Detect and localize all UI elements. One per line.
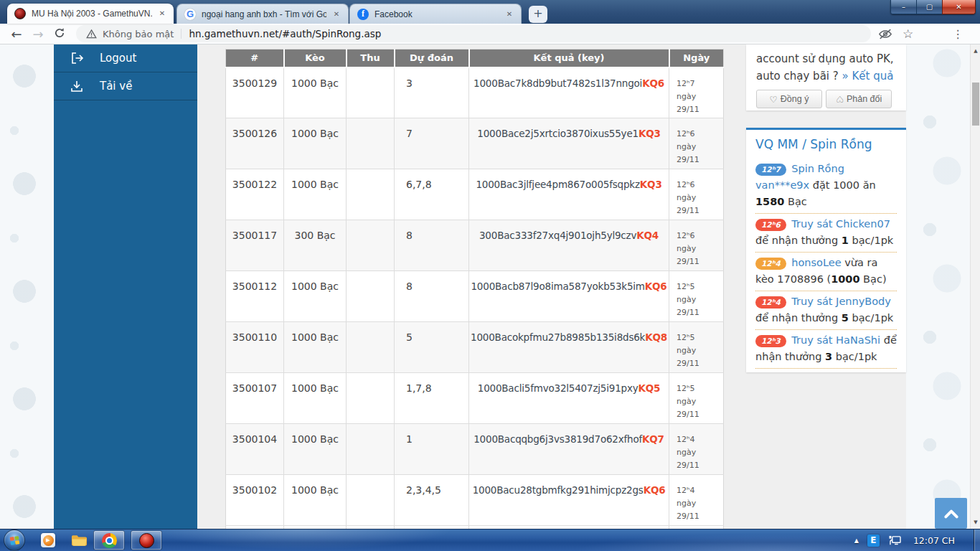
- cell-keo: 1000 Bạc: [284, 118, 347, 169]
- cell-date-word: ngày: [677, 395, 723, 408]
- chrome-icon: [102, 533, 117, 548]
- cell-time: 12ʰ6: [677, 179, 723, 192]
- cell-keo: 1000 Bạc: [284, 475, 347, 526]
- back-icon[interactable]: ←: [6, 27, 27, 42]
- new-tab-button[interactable]: +: [529, 6, 547, 23]
- sidebar-item-logout[interactable]: Logout: [54, 44, 197, 72]
- windows-logo-icon: [9, 535, 20, 546]
- poll-result-link[interactable]: » Kết quả: [842, 70, 894, 83]
- agree-button[interactable]: ♡ Đồng ý: [756, 90, 822, 108]
- table-row: 3500129 1000 Bạc 3 1000Bac7k8db9but7482s…: [226, 67, 724, 118]
- start-button[interactable]: [4, 529, 25, 551]
- minimize-button[interactable]: –: [890, 0, 917, 14]
- cell-ngay: 12ʰ6 ngày 29/11: [669, 169, 724, 220]
- key-text: 1000Bacb87l9o8ima587yokb53k5im: [471, 281, 644, 292]
- cell-id: 3500117: [226, 220, 284, 271]
- tab-mu-hanoi[interactable]: MU Hà Nội 2003 - GamethuVN.n ✕: [7, 4, 174, 24]
- tab-close-icon[interactable]: ✕: [156, 8, 168, 19]
- url-text: hn.gamethuvn.net/#auth/SpinRong.asp: [189, 28, 381, 39]
- chrome-taskbar-button[interactable]: [93, 530, 125, 550]
- cell-thu: [347, 322, 395, 373]
- col-header-thu: Thu: [347, 50, 395, 67]
- feed-bold-value: 1000: [831, 273, 859, 285]
- refresh-icon[interactable]: [49, 27, 70, 42]
- feed-title[interactable]: VQ MM / Spin Rồng: [755, 137, 897, 151]
- cell-date-word: ngày: [677, 293, 723, 306]
- key-result: KQ6: [642, 77, 664, 89]
- cell-date: 29/11: [677, 459, 723, 472]
- key-text: 1000Bacqqbg6j3vs3819d7o62xfhof: [473, 433, 642, 445]
- cell-dudoan: 8: [395, 271, 469, 322]
- network-icon[interactable]: [888, 535, 902, 546]
- cell-ngay: 12ʰ5 ngày 29/11: [669, 322, 724, 373]
- close-button[interactable]: ✕: [942, 0, 976, 14]
- tab-close-icon[interactable]: ✕: [331, 9, 342, 20]
- scroll-to-top-button[interactable]: [935, 498, 967, 529]
- sidebar-nav: Logout Tải về: [54, 44, 197, 529]
- col-header-keo: Kèo: [284, 50, 347, 67]
- disagree-button[interactable]: ♡ Phản đối: [826, 90, 892, 108]
- tray-e-icon[interactable]: E: [867, 534, 880, 547]
- bookmark-star-icon[interactable]: ☆: [903, 27, 913, 41]
- key-text: 1000Bac3jlfjee4pm867o005fsqpkz: [476, 179, 639, 190]
- sidebar-item-label: Logout: [100, 52, 136, 65]
- mu-game-icon: [139, 533, 154, 548]
- col-header-id: #: [226, 50, 284, 67]
- page-scrollbar[interactable]: ▲ ▼: [970, 44, 980, 529]
- feed-link[interactable]: Truy sát JennyBody: [791, 296, 891, 307]
- mu-game-taskbar-button[interactable]: [131, 530, 162, 550]
- time-badge: 12ʰ6: [755, 219, 786, 231]
- feed-item: 12ʰ3 Spin Rồng honsoLee đặt 1000 ăn 2600…: [755, 369, 897, 372]
- tab-facebook[interactable]: f Facebook ✕: [349, 4, 522, 24]
- eye-hidden-icon[interactable]: [878, 29, 892, 39]
- feed-link[interactable]: Truy sát HaNaShi: [791, 334, 880, 346]
- cell-date: 29/11: [677, 357, 723, 370]
- forward-icon: →: [27, 27, 49, 42]
- cell-date: 29/11: [677, 408, 723, 421]
- address-bar[interactable]: Không bảo mật hn.gamethuvn.net/#auth/Spi…: [76, 25, 871, 42]
- table-row: 3500110 1000 Bạc 5 1000Bacokpfmu27b8985b…: [226, 322, 724, 373]
- cell-ngay: 12ʰ6 ngày 29/11: [669, 220, 724, 271]
- cell-date: 29/11: [677, 306, 723, 319]
- cell-dudoan: 1: [395, 424, 469, 475]
- cell-thu: [347, 118, 395, 169]
- feed-link[interactable]: Truy sát Chicken07: [791, 218, 890, 230]
- scrollbar-thumb[interactable]: [972, 83, 979, 126]
- tab-title: Facebook: [374, 9, 499, 19]
- agree-label: Đồng ý: [781, 94, 809, 104]
- cell-time: 12ʰ7: [677, 77, 723, 90]
- chevron-up-icon: [943, 508, 959, 519]
- cell-thu: [347, 271, 395, 322]
- scroll-up-icon[interactable]: ▲: [971, 46, 980, 56]
- tray-expand-icon[interactable]: ▲: [854, 537, 859, 544]
- cell-ketqua: 1000Bacqqbg6j3vs3819d7o62xfhofKQ7: [469, 424, 669, 475]
- taskbar-clock[interactable]: 12:07 CH: [913, 535, 955, 546]
- cell-time: 12ʰ5: [677, 281, 723, 293]
- explorer-taskbar-icon[interactable]: [71, 534, 88, 547]
- scroll-down-icon[interactable]: ▼: [971, 517, 980, 527]
- media-player-taskbar-icon[interactable]: ▶: [41, 533, 55, 547]
- security-label: Không bảo mật: [103, 29, 174, 39]
- sidebar-item-download[interactable]: Tải về: [54, 72, 197, 100]
- cell-date-word: ngày: [677, 90, 723, 103]
- cell-ngay: 12ʰ4 ngày 29/11: [669, 424, 724, 475]
- logout-icon: [70, 51, 84, 65]
- cell-ketqua: 1000Bac7k8db9but7482s1l37nngoiKQ6: [469, 67, 669, 118]
- cell-keo: 1000 Bạc: [284, 322, 347, 373]
- maximize-button[interactable]: ▢: [917, 0, 942, 14]
- cell-date-word: ngày: [677, 446, 723, 459]
- cell-id: 3500110: [226, 322, 284, 373]
- feed-item: 12ʰ6 Truy sát Chicken07 để nhận thưởng 1…: [755, 214, 897, 253]
- tab-close-icon[interactable]: ✕: [504, 9, 515, 20]
- feed-link[interactable]: honsoLee: [791, 257, 841, 268]
- cell-date: 29/11: [677, 255, 723, 268]
- cell-thu: [347, 424, 395, 475]
- cell-date: 29/11: [677, 154, 723, 166]
- key-result: KQ6: [645, 281, 667, 292]
- tab-google-search[interactable]: G ngoại hang anh bxh - Tìm với Go ✕: [176, 4, 349, 24]
- menu-kebab-icon[interactable]: ⋮: [952, 27, 963, 41]
- table-row: 3500107 1000 Bạc 1,7,8 1000Bacli5fmvo32l…: [226, 373, 724, 424]
- cell-keo: 1000 Bạc: [284, 67, 347, 118]
- profile-avatar[interactable]: [923, 24, 942, 43]
- show-desktop-button[interactable]: [974, 529, 980, 551]
